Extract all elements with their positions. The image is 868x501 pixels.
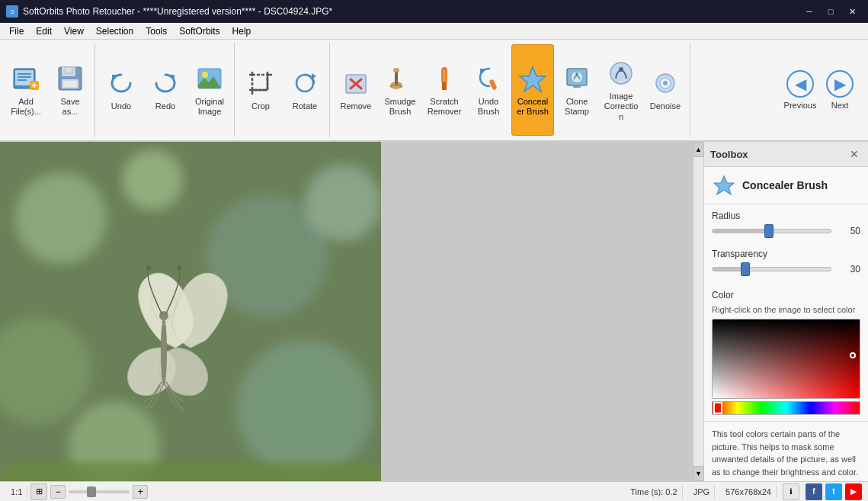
panel-scrollbar[interactable]: ▲ ▼ xyxy=(693,142,704,481)
rotate-label: Rotate xyxy=(293,101,317,111)
undo-brush-icon xyxy=(473,63,504,94)
svg-point-53 xyxy=(236,340,373,477)
radius-value: 50 xyxy=(836,226,860,236)
svg-rect-4 xyxy=(18,79,27,81)
transparency-slider-track[interactable] xyxy=(712,267,831,271)
minimize-button[interactable]: ─ xyxy=(799,4,819,19)
add-files-icon xyxy=(11,63,41,94)
svg-marker-60 xyxy=(714,176,734,194)
undo-brush-label: Undo Brush xyxy=(471,97,506,117)
crop-icon xyxy=(245,68,276,98)
original-image-button[interactable]: Original Image xyxy=(188,44,231,136)
radius-section: Radius 50 xyxy=(704,204,868,249)
zoom-in-button[interactable]: + xyxy=(133,485,148,499)
save-as-label: Save as... xyxy=(53,97,88,117)
color-cursor xyxy=(850,352,856,358)
undo-button[interactable]: Undo xyxy=(100,44,143,136)
crop-button[interactable]: Crop xyxy=(239,44,282,136)
save-as-button[interactable]: Save as... xyxy=(49,44,91,136)
save-as-icon xyxy=(55,63,85,94)
svg-point-46 xyxy=(663,81,668,85)
menu-file[interactable]: File xyxy=(3,24,30,38)
toolbar-history-group: Undo Redo Original Image xyxy=(97,43,235,137)
facebook-button[interactable]: f xyxy=(806,483,822,500)
smudge-brush-button[interactable]: Smudge Brush xyxy=(379,44,421,136)
window-controls[interactable]: ─ □ ✕ xyxy=(799,4,862,19)
menu-view[interactable]: View xyxy=(58,24,90,38)
format-label: JPG xyxy=(689,486,715,498)
undo-brush-button[interactable]: Undo Brush xyxy=(467,44,510,136)
title-bar: S SoftOrbits Photo Retoucher - ****Unreg… xyxy=(0,0,868,23)
toolbox-tool-icon xyxy=(712,173,736,198)
toolbox-close-button[interactable]: ✕ xyxy=(847,146,862,162)
menu-tools[interactable]: Tools xyxy=(139,24,173,38)
scratch-remover-button[interactable]: Scratch Remover xyxy=(423,44,466,136)
zoom-out-button[interactable]: − xyxy=(50,485,66,499)
description-text: This tool colors certain parts of the pi… xyxy=(712,428,860,478)
toolbar: Add File(s)... Save as... Undo Redo xyxy=(0,40,868,142)
menu-softorbits[interactable]: SoftOrbits xyxy=(173,24,226,38)
clone-stamp-button[interactable]: Clone Stamp xyxy=(556,44,598,136)
zoom-controls: 1:1 ⊞ − + xyxy=(6,483,148,500)
info-button[interactable]: ℹ xyxy=(783,483,799,500)
twitter-button[interactable]: t xyxy=(825,483,842,500)
remove-button[interactable]: Remove xyxy=(335,44,377,136)
menu-selection[interactable]: Selection xyxy=(90,24,139,38)
svg-point-48 xyxy=(15,172,107,264)
fit-to-window-button[interactable]: ⊞ xyxy=(30,483,47,500)
previous-button[interactable]: ◀ Previous xyxy=(781,52,819,128)
canvas-area[interactable] xyxy=(0,142,693,481)
svg-rect-55 xyxy=(0,462,381,481)
title-bar-left: S SoftOrbits Photo Retoucher - ****Unreg… xyxy=(6,5,332,18)
color-spectrum[interactable] xyxy=(712,401,860,415)
color-section: Color Right-click on the image to select… xyxy=(704,287,868,421)
status-bar: 1:1 ⊞ − + Time (s): 0.2 JPG 576x768x24 ℹ… xyxy=(0,481,868,501)
scroll-down-button[interactable]: ▼ xyxy=(693,466,704,481)
rotate-button[interactable]: Rotate xyxy=(283,44,326,136)
svg-rect-12 xyxy=(63,81,77,87)
concealer-brush-button[interactable]: Concealer Brush xyxy=(511,44,554,136)
next-button[interactable]: ▶ Next xyxy=(821,52,859,128)
clone-stamp-label: Clone Stamp xyxy=(559,97,594,117)
zoom-slider[interactable] xyxy=(69,490,130,493)
svg-rect-3 xyxy=(18,76,31,78)
image-correction-button[interactable]: Image Correction xyxy=(600,44,642,136)
svg-point-40 xyxy=(575,72,578,75)
canvas-right xyxy=(381,142,693,481)
menu-edit[interactable]: Edit xyxy=(30,24,58,38)
denoise-label: Denoise xyxy=(650,101,681,111)
redo-button[interactable]: Redo xyxy=(144,44,187,136)
toolbox-panel: ▲ ▼ Toolbox ✕ Concealer Brush Radius xyxy=(693,142,868,481)
color-picker-area[interactable] xyxy=(712,319,860,399)
transparency-slider-row: 30 xyxy=(712,264,860,275)
youtube-button[interactable]: ▶ xyxy=(845,483,862,500)
add-files-button[interactable]: Add File(s)... xyxy=(5,44,47,136)
zoom-slider-thumb[interactable] xyxy=(87,487,96,497)
menu-bar: File Edit View Selection Tools SoftOrbit… xyxy=(0,23,868,40)
toolbox-content: Toolbox ✕ Concealer Brush Radius 50 xyxy=(704,142,868,481)
color-gradient xyxy=(713,320,860,398)
transparency-section: Transparency 30 xyxy=(704,249,868,287)
svg-marker-37 xyxy=(520,67,546,92)
close-button[interactable]: ✕ xyxy=(842,4,862,19)
svg-rect-33 xyxy=(442,82,447,90)
spectrum-indicator xyxy=(713,402,722,414)
maximize-button[interactable]: □ xyxy=(821,4,841,19)
svg-rect-10 xyxy=(65,67,72,73)
denoise-button[interactable]: Denoise xyxy=(644,44,687,136)
description-section: This tool colors certain parts of the pi… xyxy=(704,421,868,481)
toolbar-file-group: Add File(s)... Save as... xyxy=(2,43,95,137)
radius-slider-track[interactable] xyxy=(712,229,831,233)
svg-point-58 xyxy=(146,265,151,270)
svg-point-59 xyxy=(177,265,181,270)
butterfly-image xyxy=(0,142,381,481)
redo-icon xyxy=(150,68,181,98)
remove-label: Remove xyxy=(341,101,372,111)
scroll-up-button[interactable]: ▲ xyxy=(693,142,704,157)
svg-rect-36 xyxy=(488,79,497,90)
image-correction-label: Image Correction xyxy=(604,92,639,122)
image-correction-icon xyxy=(606,58,636,88)
original-image-label: Original Image xyxy=(192,97,227,117)
svg-rect-41 xyxy=(573,85,581,88)
menu-help[interactable]: Help xyxy=(226,24,258,38)
